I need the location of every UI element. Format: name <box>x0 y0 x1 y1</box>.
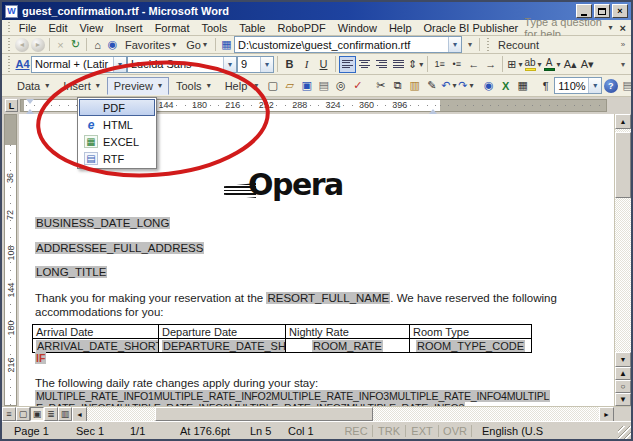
underline-button[interactable]: U <box>315 56 332 73</box>
forward-button[interactable]: ► <box>30 36 46 53</box>
scroll-up-button[interactable]: ▲ <box>615 114 631 129</box>
bullets-button[interactable]: •≡ <box>448 56 465 73</box>
toolbar-drag-handle[interactable] <box>486 38 490 52</box>
scroll-right-button[interactable]: ► <box>599 407 614 422</box>
font-dropdown-button[interactable]: ▾ <box>223 57 236 72</box>
track-changes-toggle[interactable]: TRK <box>373 425 406 437</box>
chevron-down-icon[interactable]: ▾ <box>469 81 473 90</box>
preview-menu-item[interactable]: PDF <box>79 99 155 116</box>
paste-button[interactable]: ▥ <box>406 77 423 94</box>
undo-button[interactable]: ↶▾ <box>440 77 457 94</box>
shrink-font-button[interactable]: A▾ <box>579 56 596 73</box>
print-layout-view-button[interactable]: ▣ <box>30 407 44 421</box>
address-combobox[interactable]: D:\customize\guest_confirmation.rtf ▾ <box>234 36 462 53</box>
chevron-down-icon[interactable]: ▾ <box>609 23 613 32</box>
next-page-button[interactable]: ▼ <box>615 393 631 406</box>
menu-item[interactable]: Oracle BI Publisher <box>418 21 525 35</box>
redo-button[interactable]: ↷▾ <box>457 77 474 94</box>
vertical-scrollbar[interactable]: ▲ ▼ ▲ ○ ▼ <box>614 114 631 406</box>
recount-button[interactable]: Recount <box>493 38 544 52</box>
line-spacing-button[interactable]: ⇕▾ <box>407 56 424 73</box>
horizontal-scroll-track[interactable] <box>87 407 599 421</box>
resize-grip[interactable] <box>618 426 631 439</box>
font-combobox[interactable]: Lucida Sans ▾ <box>127 56 237 73</box>
bold-button[interactable]: B <box>281 56 298 73</box>
menu-item[interactable]: RoboPDF <box>271 21 331 35</box>
style-combobox[interactable]: Normal + (Latir ▾ <box>31 56 127 73</box>
web-layout-view-button[interactable]: ▢ <box>16 407 30 421</box>
print-document-button[interactable]: ▤ <box>619 77 633 94</box>
favorites-button[interactable]: Favorites ▾ <box>120 38 181 52</box>
borders-button[interactable]: ⊞▾ <box>506 56 523 73</box>
data-menu-button[interactable]: Data▾ <box>10 77 56 95</box>
copy-button[interactable]: ⧉ <box>389 77 406 94</box>
menu-item[interactable]: View <box>73 21 109 35</box>
font-color-button[interactable]: A▾ <box>543 56 562 73</box>
font-size-combobox[interactable]: 9 ▾ <box>237 56 274 73</box>
new-document-button[interactable]: ▢ <box>264 77 281 94</box>
menu-item[interactable]: Window <box>332 21 383 35</box>
show-hide-marks-button[interactable]: ¶ <box>537 77 554 94</box>
address-dropdown-button[interactable]: ▾ <box>448 37 461 52</box>
hanging-indent-marker[interactable] <box>26 105 34 114</box>
insert-excel-worksheet-button[interactable]: X <box>497 77 514 94</box>
back-button[interactable]: ◄ <box>14 36 30 53</box>
close-document-button[interactable]: × <box>617 22 629 34</box>
refresh-button[interactable]: ↻ <box>68 36 83 53</box>
spelling-button[interactable]: ✓ <box>349 77 366 94</box>
menu-item[interactable]: Edit <box>43 21 74 35</box>
open-button[interactable]: ▱ <box>281 77 298 94</box>
select-browse-object-button[interactable]: ○ <box>615 380 631 393</box>
justify-button[interactable] <box>390 56 407 73</box>
search-web-button[interactable]: ◉ <box>105 36 120 53</box>
menu-item[interactable]: Format <box>149 21 196 35</box>
menu-item[interactable]: Help <box>383 21 418 35</box>
scroll-down-button[interactable]: ▼ <box>615 352 631 367</box>
reading-view-button[interactable]: ▥ <box>58 407 72 421</box>
print-preview-button[interactable]: ◎ <box>332 77 349 94</box>
numbering-button[interactable]: 1≡ <box>431 56 448 73</box>
toolbar-overflow-button[interactable]: » <box>617 37 629 52</box>
insert-menu-button[interactable]: Insert▾ <box>56 77 107 95</box>
toolbar-drag-handle[interactable] <box>7 56 11 72</box>
styles-and-formatting-button[interactable]: A4 <box>14 56 31 73</box>
chevron-down-icon[interactable]: ▾ <box>452 81 456 90</box>
right-indent-marker[interactable] <box>429 105 437 114</box>
help-button[interactable]: ? <box>602 77 619 94</box>
toolbar-drag-handle[interactable] <box>7 38 11 52</box>
extend-selection-toggle[interactable]: EXT <box>406 425 439 437</box>
go-button[interactable]: Go ▾ <box>181 38 212 52</box>
align-left-button[interactable] <box>339 56 356 73</box>
save-button[interactable]: ▣ <box>298 77 315 94</box>
vertical-scroll-track[interactable] <box>615 129 631 352</box>
increase-indent-button[interactable]: → <box>482 56 499 73</box>
show-web-toolbar-button[interactable]: ▦ <box>219 36 234 53</box>
preview-menu-item[interactable]: eHTML <box>79 116 155 133</box>
format-painter-button[interactable]: ✎ <box>423 77 440 94</box>
tools-menu-button[interactable]: Tools▾ <box>169 77 218 95</box>
decrease-indent-button[interactable]: ← <box>465 56 482 73</box>
stop-button[interactable]: × <box>53 36 68 53</box>
preview-menu-item[interactable]: ▤RTF <box>79 150 155 167</box>
toolbar-drag-handle[interactable] <box>7 22 10 34</box>
toolbar-options-button[interactable]: ▾ <box>617 55 629 73</box>
horizontal-scroll-thumb[interactable] <box>155 407 373 421</box>
menu-item[interactable]: Insert <box>109 21 149 35</box>
scroll-left-button[interactable]: ◄ <box>72 407 87 422</box>
menu-item[interactable]: Tools <box>195 21 233 35</box>
italic-button[interactable]: I <box>298 56 315 73</box>
tab-type-selector[interactable]: L <box>5 99 18 112</box>
menu-item[interactable]: Table <box>233 21 271 35</box>
previous-page-button[interactable]: ▲ <box>615 367 631 380</box>
cut-button[interactable]: ✂ <box>372 77 389 94</box>
start-page-button[interactable]: ⌂ <box>90 36 105 53</box>
insert-table-button[interactable]: ▦ <box>514 77 531 94</box>
overtype-toggle[interactable]: OVR <box>439 425 472 437</box>
menu-item[interactable]: File <box>13 21 43 35</box>
normal-view-button[interactable]: ≡ <box>2 407 16 421</box>
align-center-button[interactable] <box>356 56 373 73</box>
align-right-button[interactable] <box>373 56 390 73</box>
outline-view-button[interactable]: ≣ <box>44 407 58 421</box>
insert-hyperlink-button[interactable]: ◉ <box>480 77 497 94</box>
zoom-dropdown-button[interactable]: ▾ <box>588 78 601 93</box>
